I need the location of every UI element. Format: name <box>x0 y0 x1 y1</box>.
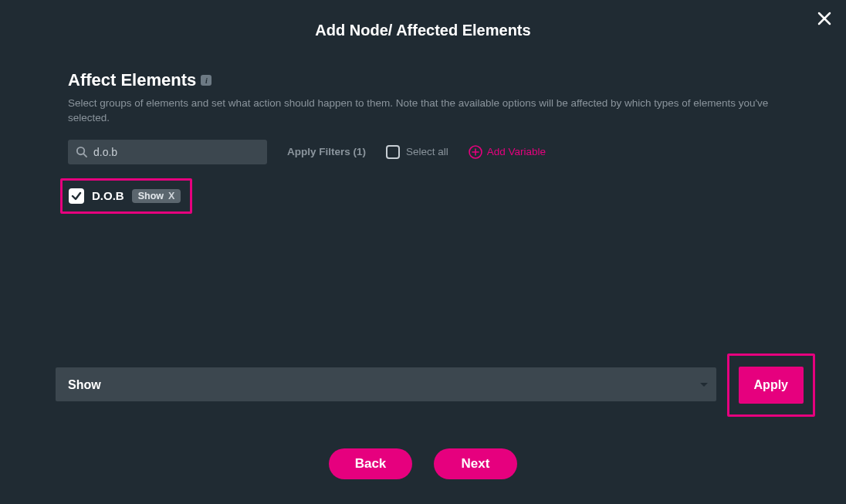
close-button[interactable] <box>817 11 832 29</box>
affect-elements-section: Affect Elements i Select groups of eleme… <box>0 70 846 214</box>
add-variable-button[interactable]: Add Variable <box>469 145 546 159</box>
close-icon <box>817 11 832 26</box>
action-bar: Show Apply <box>56 367 815 403</box>
select-all-label: Select all <box>406 146 448 157</box>
next-button[interactable]: Next <box>434 448 517 479</box>
filter-toolbar: Apply Filters (1) Select all Add Variabl… <box>68 140 778 164</box>
tag-remove-button[interactable]: X <box>168 191 174 201</box>
apply-highlight: Apply <box>727 353 815 417</box>
info-icon[interactable]: i <box>201 75 212 86</box>
result-tag: Show X <box>132 189 181 203</box>
action-select[interactable]: Show <box>56 367 716 401</box>
results-list: D.O.B Show X <box>68 178 778 214</box>
select-all-toggle[interactable]: Select all <box>386 145 448 159</box>
tag-label: Show <box>138 191 164 201</box>
result-item-dob[interactable]: D.O.B Show X <box>60 178 192 214</box>
modal-title: Add Node/ Affected Elements <box>0 0 846 39</box>
section-title: Affect Elements <box>68 70 196 90</box>
add-variable-label: Add Variable <box>487 146 546 157</box>
svg-line-1 <box>83 154 86 157</box>
nav-buttons: Back Next <box>0 448 846 479</box>
section-header: Affect Elements i <box>68 70 778 90</box>
checkbox-unchecked-icon <box>386 145 400 159</box>
apply-filters-button[interactable]: Apply Filters (1) <box>287 146 366 157</box>
plus-circle-icon <box>469 145 482 159</box>
back-button[interactable]: Back <box>329 448 412 479</box>
checkbox-checked-icon[interactable] <box>69 188 84 204</box>
result-label: D.O.B <box>92 189 124 202</box>
search-input[interactable] <box>93 146 259 158</box>
apply-button[interactable]: Apply <box>739 367 804 404</box>
section-description: Select groups of elements and set what a… <box>68 96 778 126</box>
search-icon <box>76 146 87 157</box>
search-box[interactable] <box>68 140 267 164</box>
